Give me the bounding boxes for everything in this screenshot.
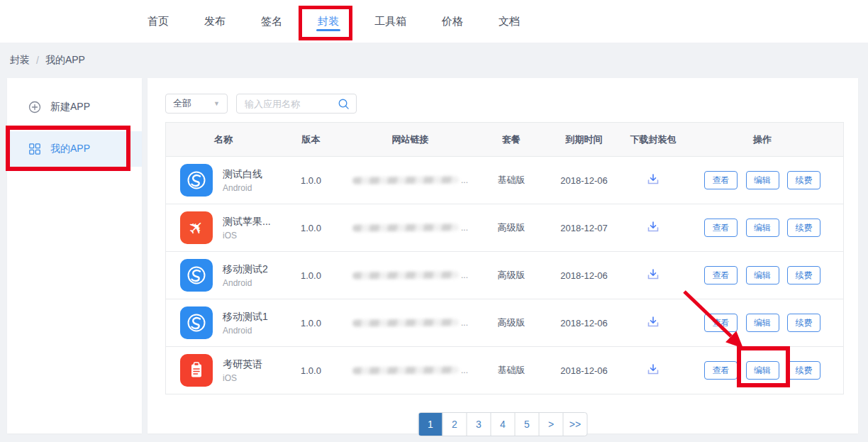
breadcrumb: 封装 / 我的APP (0, 43, 868, 78)
pagination: 1 2 3 4 5 > >> (418, 412, 588, 436)
app-expiry: 2018-12-06 (543, 175, 625, 186)
table-row: 考研英语 iOS 1.0.0 ... 基础版 2018-12-06 查看 编辑 … (166, 347, 843, 394)
app-search-box (236, 94, 357, 114)
col-header-version: 版本 (281, 133, 341, 146)
table-row: ✈ 测试苹果... iOS 1.0.0 ... 高级版 2018-12-07 查… (166, 204, 843, 252)
col-header-actions: 操作 (681, 133, 843, 146)
blurred-url (352, 319, 459, 326)
app-version: 1.0.0 (281, 223, 341, 233)
app-plan: 高级版 (479, 269, 543, 282)
nav-tab-publish[interactable]: 发布 (204, 0, 226, 43)
page-button-3[interactable]: 3 (467, 413, 491, 436)
app-name: 测试白线 (223, 168, 262, 181)
col-header-plan: 套餐 (479, 133, 543, 146)
nav-tab-price[interactable]: 价格 (442, 0, 463, 43)
top-navigation-bar: 首页 发布 签名 封装 工具箱 价格 文档 (0, 0, 868, 43)
s-logo-icon (180, 259, 213, 292)
s-logo-icon (180, 306, 213, 339)
search-icon[interactable] (338, 98, 350, 110)
sidebar-item-label: 新建APP (50, 101, 90, 114)
blurred-url (352, 223, 459, 231)
table-header-row: 名称 版本 网站链接 套餐 到期时间 下载封装包 操作 (166, 123, 843, 157)
view-button[interactable]: 查看 (704, 314, 738, 332)
col-header-expiry: 到期时间 (543, 133, 625, 146)
app-table: 名称 版本 网站链接 套餐 到期时间 下载封装包 操作 测试白线 Android… (165, 122, 844, 394)
blurred-url (352, 176, 459, 184)
app-name: 测试苹果... (223, 216, 271, 228)
airplane-icon: ✈ (180, 211, 213, 244)
last-page-button[interactable]: >> (563, 413, 587, 436)
sidebar-item-new-app[interactable]: 新建APP (7, 89, 142, 125)
website-link-blurred: ... (341, 175, 479, 185)
app-platform: iOS (223, 231, 271, 241)
plan-filter-select[interactable]: 全部 ▼ (165, 94, 228, 114)
nav-tab-package[interactable]: 封装 (318, 0, 339, 43)
app-plan: 基础版 (479, 174, 543, 187)
next-page-button[interactable]: > (539, 413, 563, 436)
table-row: 测试白线 Android 1.0.0 ... 基础版 2018-12-06 查看… (166, 157, 843, 204)
edit-button[interactable]: 编辑 (746, 314, 779, 332)
app-version: 1.0.0 (281, 175, 341, 186)
plus-circle-icon (28, 101, 41, 114)
app-name: 考研英语 (223, 358, 262, 371)
renew-button[interactable]: 续费 (787, 219, 820, 237)
clipboard-icon (180, 354, 213, 387)
search-input[interactable] (243, 98, 338, 110)
website-link-blurred: ... (341, 318, 479, 328)
app-expiry: 2018-12-06 (543, 365, 625, 376)
edit-button[interactable]: 编辑 (746, 361, 779, 380)
blurred-url (352, 271, 459, 279)
view-button[interactable]: 查看 (704, 219, 738, 237)
col-header-download: 下载封装包 (625, 133, 681, 146)
select-value: 全部 (173, 97, 191, 110)
renew-button[interactable]: 续费 (787, 314, 820, 332)
app-plan: 高级版 (479, 221, 543, 234)
col-header-link: 网站链接 (341, 133, 479, 146)
nav-tab-docs[interactable]: 文档 (499, 0, 520, 43)
view-button[interactable]: 查看 (704, 266, 738, 284)
view-button[interactable]: 查看 (704, 171, 738, 189)
app-name: 移动测试1 (223, 311, 268, 324)
app-plan: 高级版 (479, 316, 543, 329)
app-version: 1.0.0 (281, 365, 341, 376)
col-header-name: 名称 (166, 133, 281, 146)
caret-down-icon: ▼ (213, 100, 220, 107)
app-version: 1.0.0 (281, 318, 341, 328)
app-expiry: 2018-12-06 (543, 270, 625, 281)
nav-tab-toolbox[interactable]: 工具箱 (374, 0, 406, 43)
edit-button[interactable]: 编辑 (746, 219, 779, 237)
page-button-2[interactable]: 2 (443, 413, 467, 436)
app-expiry: 2018-12-07 (543, 223, 625, 233)
main-nav: 首页 发布 签名 封装 工具箱 价格 文档 (0, 0, 868, 43)
sidebar: 新建APP 我的APP (7, 78, 142, 433)
download-icon[interactable] (645, 171, 662, 190)
website-link-blurred: ... (341, 270, 479, 280)
download-icon[interactable] (645, 219, 662, 238)
edit-button[interactable]: 编辑 (746, 171, 779, 189)
edit-button[interactable]: 编辑 (746, 266, 779, 284)
nav-tab-home[interactable]: 首页 (148, 0, 169, 43)
breadcrumb-current: 我的APP (45, 54, 85, 67)
page-button-4[interactable]: 4 (491, 413, 515, 436)
renew-button[interactable]: 续费 (787, 171, 820, 189)
download-icon[interactable] (645, 361, 662, 380)
s-logo-icon (180, 164, 213, 197)
download-icon[interactable] (645, 266, 662, 285)
sidebar-item-my-app[interactable]: 我的APP (7, 131, 142, 167)
download-icon[interactable] (645, 314, 662, 333)
breadcrumb-section[interactable]: 封装 (10, 54, 30, 67)
blurred-url (352, 366, 459, 374)
renew-button[interactable]: 续费 (787, 361, 820, 380)
nav-tab-sign[interactable]: 签名 (261, 0, 282, 43)
website-link-blurred: ... (341, 365, 479, 375)
website-link-blurred: ... (341, 223, 479, 233)
app-platform: Android (223, 326, 268, 336)
page-button-5[interactable]: 5 (515, 413, 539, 436)
view-button[interactable]: 查看 (704, 361, 738, 380)
app-plan: 基础版 (479, 364, 543, 377)
page-button-1[interactable]: 1 (419, 413, 443, 436)
renew-button[interactable]: 续费 (787, 266, 820, 284)
app-platform: iOS (223, 373, 262, 383)
app-name: 移动测试2 (223, 263, 268, 276)
app-platform: Android (223, 183, 262, 193)
